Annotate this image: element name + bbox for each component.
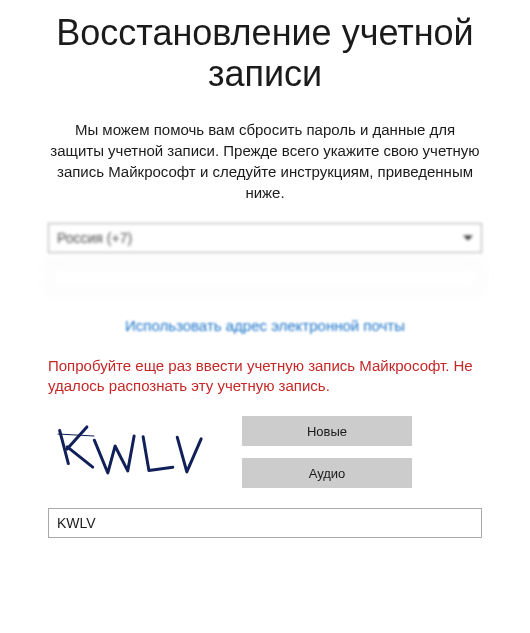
captcha-audio-button[interactable]: Аудио bbox=[242, 458, 412, 488]
captcha-buttons: Новые Аудио bbox=[242, 416, 412, 488]
use-email-link[interactable]: Использовать адрес электронной почты bbox=[48, 317, 482, 334]
help-text: Мы можем помочь вам сбросить пароль и да… bbox=[48, 119, 482, 203]
page-title: Восстановление учетной записи bbox=[48, 12, 482, 95]
country-code-selected-label: Россия (+7) bbox=[57, 230, 457, 246]
account-recovery-page: Восстановление учетной записи Мы можем п… bbox=[0, 0, 530, 558]
captcha-row: Новые Аудио bbox=[48, 416, 482, 488]
phone-number-input[interactable] bbox=[48, 263, 482, 293]
captcha-image bbox=[48, 416, 218, 484]
chevron-down-icon bbox=[463, 235, 473, 240]
captcha-input[interactable] bbox=[48, 508, 482, 538]
error-message: Попробуйте еще раз ввести учетную запись… bbox=[48, 356, 482, 397]
country-code-select[interactable]: Россия (+7) bbox=[48, 223, 482, 253]
captcha-new-button[interactable]: Новые bbox=[242, 416, 412, 446]
